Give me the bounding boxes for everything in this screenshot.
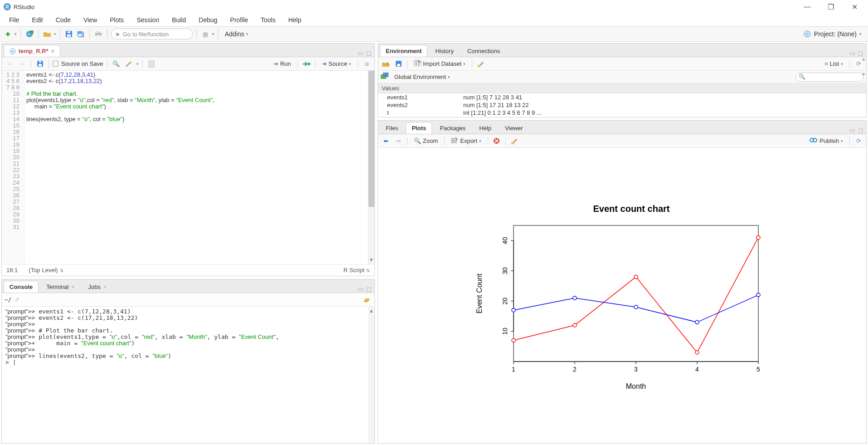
save-source-icon[interactable] xyxy=(35,59,45,69)
close-button[interactable]: ✕ xyxy=(848,3,861,11)
refresh-plot-icon[interactable]: ⟳ xyxy=(853,136,863,146)
export-button[interactable]: Export ▾ xyxy=(448,136,484,146)
console-scrollbar[interactable]: ▴ xyxy=(368,307,374,443)
import-dataset-button[interactable]: Import Dataset ▾ xyxy=(411,59,468,68)
menu-edit[interactable]: Edit xyxy=(27,15,48,25)
open-file-icon[interactable] xyxy=(42,29,52,39)
source-on-save-checkbox[interactable] xyxy=(53,61,58,67)
console-tab-terminal[interactable]: Terminal× xyxy=(40,281,80,293)
minimize-button[interactable]: — xyxy=(801,3,814,11)
plots-tab-viewer[interactable]: Viewer xyxy=(499,122,529,134)
env-tab-connections[interactable]: Connections xyxy=(461,45,506,57)
list-icon: ≡ xyxy=(824,60,828,67)
svg-rect-29 xyxy=(478,65,480,67)
cwd-link-icon[interactable]: ⇗ xyxy=(15,296,19,303)
menu-code[interactable]: Code xyxy=(50,15,76,25)
source-on-save-label: Source on Save xyxy=(61,60,103,67)
notebook-icon[interactable] xyxy=(146,59,156,69)
maximize-pane-icon[interactable]: ◻ xyxy=(858,127,863,134)
publish-icon xyxy=(810,137,818,145)
rerun-icon[interactable] xyxy=(301,59,311,69)
env-row[interactable]: events2num [1:5] 17 21 18 13 22 xyxy=(378,101,866,109)
code-editor[interactable]: events1 <- c(7,12,28,3,41) events2 <- c(… xyxy=(24,71,368,264)
outline-icon[interactable]: ≣ xyxy=(362,59,372,69)
minimize-pane-icon[interactable]: ▭ xyxy=(849,49,855,57)
language-selector[interactable]: R Script⇅ xyxy=(344,267,370,274)
goto-file-input[interactable]: ➤ Go to file/function xyxy=(111,29,193,39)
addins-dropdown[interactable]: Addins ▾ xyxy=(222,30,251,38)
new-project-icon[interactable]: R+ xyxy=(24,29,34,39)
svg-point-72 xyxy=(695,320,699,324)
env-tab-environment[interactable]: Environment xyxy=(380,45,427,57)
wand-icon[interactable] xyxy=(124,59,134,69)
menu-profile[interactable]: Profile xyxy=(225,15,254,25)
menu-view[interactable]: View xyxy=(78,15,102,25)
menu-plots[interactable]: Plots xyxy=(104,15,129,25)
remove-plot-icon[interactable] xyxy=(492,136,502,146)
save-workspace-icon[interactable] xyxy=(393,59,403,69)
plots-tab-plots[interactable]: Plots xyxy=(406,122,432,134)
project-dropdown[interactable]: R Project: (None) ▾ xyxy=(803,30,865,38)
menu-tools[interactable]: Tools xyxy=(255,15,281,25)
close-icon[interactable]: × xyxy=(71,284,74,290)
env-scope-dropdown[interactable]: Global Environment ▾ xyxy=(392,73,453,81)
save-all-icon[interactable] xyxy=(76,29,86,39)
menu-debug[interactable]: Debug xyxy=(193,15,223,25)
find-icon[interactable]: 🔍 xyxy=(111,59,121,69)
minimize-pane-icon[interactable]: ▭ xyxy=(358,49,364,57)
clear-console-icon[interactable] xyxy=(362,295,372,305)
forward-icon[interactable]: ⇨ xyxy=(17,59,27,69)
svg-rect-19 xyxy=(39,61,41,63)
menu-session[interactable]: Session xyxy=(131,15,165,25)
source-button[interactable]: ➔ Source ▾ xyxy=(319,59,354,68)
console-tab-console[interactable]: Console xyxy=(4,281,39,293)
env-search-input[interactable]: 🔍 xyxy=(795,73,863,82)
console-output[interactable]: "prompt">> events1 <- c(7,12,28,3,41) "p… xyxy=(2,307,374,443)
plots-pane: FilesPlotsPackagesHelpViewer ▭ ◻ ⬅ ➡ 🔍 Z… xyxy=(378,120,867,444)
plots-tab-files[interactable]: Files xyxy=(380,122,404,134)
maximize-button[interactable]: ❐ xyxy=(824,3,837,11)
list-view-button[interactable]: ≡ List ▾ xyxy=(822,59,846,68)
menu-file[interactable]: File xyxy=(4,15,25,25)
minimize-pane-icon[interactable]: ▭ xyxy=(358,285,364,293)
zoom-button[interactable]: 🔍 Zoom xyxy=(411,137,441,145)
svg-point-67 xyxy=(695,351,699,354)
menu-help[interactable]: Help xyxy=(283,15,307,25)
svg-rect-23 xyxy=(397,64,400,66)
publish-button[interactable]: Publish ▾ xyxy=(807,136,846,146)
env-row[interactable]: events1num [1:5] 7 12 28 3 41 xyxy=(378,93,866,101)
print-icon[interactable] xyxy=(93,29,103,39)
back-icon[interactable]: ⇦ xyxy=(5,59,15,69)
load-workspace-icon[interactable] xyxy=(381,59,391,69)
next-plot-icon[interactable]: ➡ xyxy=(393,136,403,146)
env-tab-history[interactable]: History xyxy=(429,45,459,57)
svg-rect-41 xyxy=(514,225,758,362)
new-file-icon[interactable]: ✚ xyxy=(3,29,13,39)
grid-icon[interactable]: ▦ xyxy=(200,29,210,39)
console-tab-jobs[interactable]: Jobs× xyxy=(82,281,112,293)
svg-text:20: 20 xyxy=(501,297,509,304)
svg-rect-31 xyxy=(383,73,388,77)
svg-point-70 xyxy=(573,296,577,300)
clear-env-icon[interactable] xyxy=(476,59,486,69)
save-icon[interactable] xyxy=(64,29,74,39)
svg-point-71 xyxy=(634,305,638,309)
env-row[interactable]: tint [1:21] 0 1 2 3 4 5 6 7 8 9 ... xyxy=(378,109,866,117)
clear-plots-icon[interactable] xyxy=(509,136,519,146)
plots-tab-help[interactable]: Help xyxy=(473,122,497,134)
export-label: Export xyxy=(460,137,477,144)
scope-selector[interactable]: (Top Level)⇅ xyxy=(29,267,63,274)
editor-scrollbar[interactable]: ▾ xyxy=(368,71,374,264)
minimize-pane-icon[interactable]: ▭ xyxy=(849,127,855,134)
close-tab-icon[interactable]: × xyxy=(51,48,54,54)
maximize-pane-icon[interactable]: ◻ xyxy=(366,285,372,293)
run-label: Run xyxy=(280,60,291,67)
svg-text:5: 5 xyxy=(756,366,760,373)
menu-build[interactable]: Build xyxy=(166,15,191,25)
close-icon[interactable]: × xyxy=(103,284,107,290)
prev-plot-icon[interactable]: ⬅ xyxy=(381,136,391,146)
maximize-pane-icon[interactable]: ◻ xyxy=(366,49,372,57)
plots-tab-packages[interactable]: Packages xyxy=(434,122,471,134)
run-button[interactable]: ➔ Run xyxy=(271,59,294,68)
source-tab[interactable]: R temp_R.R* × xyxy=(4,45,60,57)
